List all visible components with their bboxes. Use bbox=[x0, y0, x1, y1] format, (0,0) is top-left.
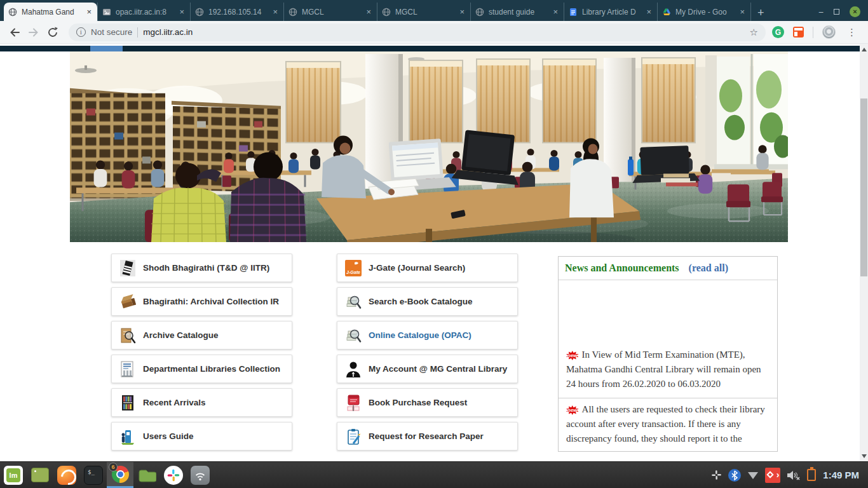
tab-close-icon[interactable]: × bbox=[178, 7, 186, 17]
reload-button[interactable] bbox=[43, 23, 62, 42]
new-tab-button[interactable]: + bbox=[757, 7, 764, 18]
person-icon bbox=[345, 360, 362, 378]
link-book-purchase-request[interactable]: Book Purchase Request bbox=[337, 388, 518, 417]
tab-close-icon[interactable]: × bbox=[645, 7, 653, 17]
battery-tray-icon[interactable] bbox=[807, 469, 816, 481]
tab-close-icon[interactable]: × bbox=[552, 7, 559, 17]
tab-opac[interactable]: opac.iitr.ac.in:8 × bbox=[97, 3, 191, 21]
link-label: Archive Catalogue bbox=[143, 330, 219, 340]
svg-text:J-Gate: J-Gate bbox=[346, 270, 360, 274]
books-magnifier-icon bbox=[345, 327, 362, 344]
terminal-launcher[interactable]: $_ bbox=[80, 462, 107, 488]
mint-menu-button[interactable]: lm bbox=[0, 462, 27, 488]
tab-my-drive[interactable]: My Drive - Goo × bbox=[658, 3, 751, 21]
link-archive-catalogue[interactable]: Archive Catalogue bbox=[111, 321, 292, 349]
page-info-icon[interactable]: i bbox=[76, 27, 86, 37]
back-button[interactable] bbox=[5, 23, 24, 42]
tab-title: student guide bbox=[489, 8, 547, 17]
site-navbar-strip bbox=[0, 46, 860, 51]
network-tool-launcher[interactable] bbox=[187, 462, 214, 488]
library-reading-room-photo bbox=[70, 51, 788, 242]
link-departmental-libraries[interactable]: Departmental Libraries Collection bbox=[111, 355, 292, 383]
site-navbar-active-item[interactable] bbox=[90, 46, 123, 51]
firefox-icon bbox=[57, 466, 76, 485]
tab-title: My Drive - Goo bbox=[675, 8, 734, 17]
tab-title: 192.168.105.14 bbox=[208, 8, 267, 17]
news-title: News and Announcements bbox=[565, 262, 679, 274]
tab-close-icon[interactable]: × bbox=[738, 7, 746, 17]
minimize-button[interactable]: − bbox=[818, 8, 824, 17]
network-tray-icon[interactable] bbox=[747, 470, 759, 480]
close-window-button[interactable]: × bbox=[850, 6, 860, 17]
link-label: Users Guide bbox=[143, 431, 194, 441]
chrome-window-count-badge: 6 bbox=[109, 463, 118, 471]
page-scrollbar[interactable] bbox=[860, 44, 868, 461]
books-magnifier-icon bbox=[345, 293, 362, 311]
anydesk-tray-icon[interactable]: › bbox=[765, 468, 780, 483]
taskbar-clock[interactable]: 1:49 PM bbox=[822, 470, 863, 480]
new-badge-icon: new bbox=[566, 351, 579, 360]
scroll-down-arrow[interactable] bbox=[862, 454, 867, 458]
chrome-menu-icon[interactable]: ⋮ bbox=[844, 27, 859, 38]
link-jgate[interactable]: J-Gate J-Gate (Journal Search) bbox=[337, 254, 518, 282]
forward-button[interactable] bbox=[24, 23, 43, 42]
grammarly-extension-icon[interactable]: G bbox=[772, 26, 784, 38]
tab-mgcl-1[interactable]: MGCL × bbox=[284, 3, 377, 21]
bookshelf-icon bbox=[119, 394, 136, 412]
google-drive-favicon bbox=[662, 8, 671, 17]
toolbar-divider bbox=[813, 27, 813, 38]
tab-title: Mahatma Gand bbox=[22, 8, 81, 17]
folder-icon bbox=[137, 467, 156, 484]
globe-favicon bbox=[382, 8, 391, 17]
scrollbar-thumb[interactable] bbox=[860, 98, 867, 276]
link-users-guide[interactable]: Users Guide bbox=[111, 422, 292, 451]
slack-tray-icon[interactable] bbox=[710, 469, 722, 481]
omnibox-divider bbox=[137, 27, 138, 37]
link-recent-arrivals[interactable]: Recent Arrivals bbox=[111, 388, 292, 417]
slack-launcher[interactable] bbox=[160, 462, 187, 488]
firefox-launcher[interactable] bbox=[53, 462, 80, 488]
news-scroll-gap bbox=[559, 280, 777, 344]
link-request-research-paper[interactable]: Request for Research Paper bbox=[337, 422, 518, 451]
tab-student-guide[interactable]: student guide × bbox=[471, 3, 564, 21]
slack-icon bbox=[164, 466, 183, 485]
page-content: Shodh Bhagirathi (T&D @ IITR) Bhagirathi… bbox=[0, 44, 860, 461]
profile-avatar[interactable] bbox=[822, 25, 836, 39]
globe-favicon bbox=[475, 8, 484, 17]
tab-close-icon[interactable]: × bbox=[85, 7, 93, 17]
jgate-icon: J-Gate bbox=[345, 259, 362, 277]
tab-close-icon[interactable]: × bbox=[271, 7, 279, 17]
red-book-icon bbox=[345, 394, 362, 412]
browser-tab-bar: Mahatma Gand × opac.iitr.ac.in:8 × 192.1… bbox=[0, 0, 868, 21]
volume-muted-tray-icon[interactable] bbox=[786, 470, 801, 481]
thesis-stack-icon bbox=[119, 259, 136, 277]
chrome-taskbar-button[interactable]: 6 bbox=[107, 462, 133, 488]
file-manager-launcher[interactable] bbox=[133, 462, 160, 488]
tab-close-icon[interactable]: × bbox=[365, 7, 372, 17]
tab-library-article[interactable]: Library Article D × bbox=[564, 3, 658, 21]
restore-button[interactable] bbox=[834, 9, 839, 15]
read-all-link[interactable]: (read all) bbox=[689, 262, 728, 274]
link-search-ebook-catalogue[interactable]: Search e-Book Catalogue bbox=[337, 287, 518, 316]
tab-close-icon[interactable]: × bbox=[458, 7, 466, 17]
tab-ip-address[interactable]: 192.168.105.14 × bbox=[191, 3, 284, 21]
scroll-up-arrow[interactable] bbox=[862, 48, 867, 51]
desktop-taskbar: lm $_ 6 bbox=[0, 461, 868, 488]
link-bhagirathi-archival[interactable]: Bhagirathi: Archival Collection IR bbox=[111, 287, 292, 316]
link-online-catalogue-opac[interactable]: Online Catalogue (OPAC) bbox=[337, 321, 518, 349]
show-desktop-button[interactable] bbox=[27, 462, 53, 488]
tab-mgcl-2[interactable]: MGCL × bbox=[377, 3, 471, 21]
link-my-account[interactable]: My Account @ MG Central Library bbox=[337, 355, 518, 383]
bookmark-star-icon[interactable]: ☆ bbox=[750, 27, 758, 38]
tab-mahatma-gandhi-library[interactable]: Mahatma Gand × bbox=[4, 3, 97, 21]
orange-extension-icon[interactable] bbox=[793, 27, 804, 37]
news-item: newAll the users are requested to check … bbox=[559, 398, 777, 451]
bluetooth-tray-icon[interactable] bbox=[728, 469, 741, 482]
taskbar-apps: lm $_ 6 bbox=[0, 462, 214, 488]
link-shodh-bhagirathi[interactable]: Shodh Bhagirathi (T&D @ IITR) bbox=[111, 254, 292, 282]
link-label: Online Catalogue (OPAC) bbox=[369, 330, 471, 340]
clipboard-pencil-icon bbox=[345, 428, 362, 445]
link-label: Search e-Book Catalogue bbox=[369, 297, 473, 306]
address-bar[interactable]: i Not secure mgcl.iitr.ac.in ☆ bbox=[69, 24, 766, 41]
new-badge-icon: new bbox=[566, 405, 579, 415]
